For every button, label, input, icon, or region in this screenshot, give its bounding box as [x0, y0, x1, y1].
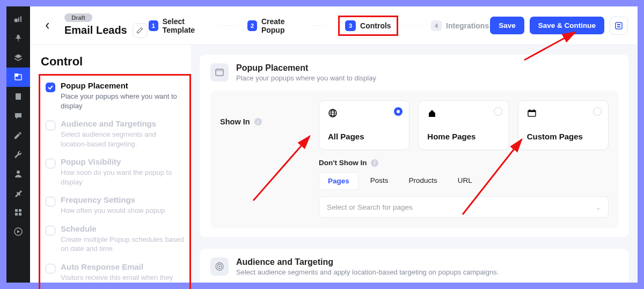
sidebar-item-title: Frequency Settings: [61, 195, 184, 204]
option-custom-pages[interactable]: Custom Pages: [518, 100, 609, 150]
info-icon[interactable]: i: [371, 159, 378, 167]
dont-show-in-label: Don't Show In i: [319, 159, 609, 167]
target-icon: [210, 257, 229, 276]
sidebar-item-frequency[interactable]: Frequency Settings How often you would s…: [46, 195, 184, 224]
page-header: Draft Email Leads 1 Select Template ····…: [30, 6, 638, 45]
svg-rect-5: [16, 93, 21, 100]
info-icon[interactable]: i: [254, 118, 262, 125]
rail-wrench-icon[interactable]: [6, 145, 30, 164]
popup-placement-card: Popup Placement Place your popups where …: [200, 55, 629, 237]
sidebar-list: Popup Placement Place your popups where …: [39, 74, 191, 289]
sidebar-item-title: Popup Visibility: [61, 157, 184, 166]
tab-posts[interactable]: Posts: [362, 172, 397, 190]
rail-page-icon[interactable]: [6, 87, 30, 106]
svg-rect-13: [617, 24, 620, 25]
rail-eyedropper-icon[interactable]: [6, 125, 30, 145]
svg-rect-10: [19, 213, 21, 216]
select-placeholder: Select or Search for pages: [327, 203, 413, 211]
svg-rect-4: [14, 73, 18, 77]
svg-point-6: [17, 171, 20, 174]
step-number: 4: [431, 20, 442, 31]
app-root: Draft Email Leads 1 Select Template ····…: [6, 6, 638, 283]
card-title: Audience and Targeting: [236, 257, 499, 267]
sidebar-item-desc: How soon do you want the popup to displa…: [61, 168, 184, 187]
main-column: Draft Email Leads 1 Select Template ····…: [30, 6, 638, 283]
sidebar-heading: Control: [41, 55, 191, 69]
svg-rect-22: [533, 109, 535, 111]
sidebar-item-visibility[interactable]: Popup Visibility How soon do you want th…: [46, 157, 184, 195]
save-button[interactable]: Save: [490, 17, 524, 34]
tab-url[interactable]: URL: [449, 172, 481, 190]
show-in-options: All Pages Home Pages: [319, 100, 609, 150]
svg-point-25: [219, 266, 221, 268]
header-actions: Save Save & Continue: [490, 17, 628, 35]
tab-pages[interactable]: Pages: [319, 172, 358, 190]
rail-chat-icon[interactable]: [6, 106, 30, 125]
svg-rect-8: [19, 209, 21, 212]
radio-icon: [593, 107, 602, 116]
option-label: Home Pages: [427, 132, 500, 141]
sidebar-item-audience[interactable]: Audience and Targetings Select audience …: [46, 119, 184, 157]
rail-popup-icon[interactable]: [6, 68, 30, 87]
rail-layers-icon[interactable]: [6, 48, 30, 68]
home-icon: [427, 110, 437, 120]
pages-select[interactable]: Select or Search for pages ⌄: [319, 196, 609, 218]
step-connector: ······: [219, 23, 242, 28]
audience-card: Audience and Targeting Select audience s…: [200, 249, 629, 283]
settings-panel: Popup Placement Place your popups where …: [191, 45, 638, 283]
preview-button[interactable]: [610, 17, 628, 35]
edit-title-button[interactable]: [133, 23, 148, 38]
checkbox-icon: [46, 264, 55, 273]
title-block: Draft Email Leads: [64, 13, 148, 38]
svg-rect-14: [617, 26, 620, 27]
step-create-popup[interactable]: 2 Create Popup: [246, 17, 306, 34]
step-connector: ······: [402, 23, 426, 28]
tab-products[interactable]: Products: [400, 172, 446, 190]
radio-icon: [494, 107, 502, 116]
step-label: Controls: [360, 21, 391, 30]
svg-point-0: [14, 19, 18, 23]
checkbox-icon: [46, 83, 55, 92]
sidebar-item-desc: Select audience segments and location-ba…: [61, 130, 184, 149]
rail-user-icon[interactable]: [6, 164, 30, 183]
card-subtitle: Select audience segments and apply locat…: [236, 268, 499, 276]
svg-rect-12: [616, 23, 622, 29]
sidebar-item-title: Auto Response Email: [61, 262, 184, 271]
back-button[interactable]: [40, 18, 55, 33]
save-continue-button[interactable]: Save & Continue: [530, 17, 604, 34]
rail-play-icon[interactable]: [6, 222, 30, 241]
rail-dashboard-icon[interactable]: [6, 10, 30, 29]
sidebar-item-title: Schedule: [61, 224, 184, 233]
step-controls[interactable]: 3 Controls: [338, 16, 398, 36]
rail-pin-icon[interactable]: [6, 29, 30, 48]
sidebar-item-title: Audience and Targetings: [61, 119, 184, 128]
step-label: Integrations: [446, 21, 489, 30]
content-row: Control Popup Placement Place your popup…: [30, 45, 638, 283]
svg-rect-16: [216, 69, 223, 71]
step-number: 1: [149, 20, 158, 31]
sidebar-item-auto-response[interactable]: Auto Response Email Visitors receive thi…: [46, 262, 184, 289]
stepper: 1 Select Template ······ 2 Create Popup …: [148, 16, 490, 36]
show-in-label: Show In i: [220, 100, 319, 126]
custom-icon: [527, 110, 537, 120]
sidebar-item-desc: Visitors receive this email when they: [61, 273, 184, 283]
sidebar-item-popup-placement[interactable]: Popup Placement Place your popups where …: [46, 81, 184, 119]
dont-show-in-section: Don't Show In i Pages Posts Products URL…: [319, 159, 609, 218]
rail-settings-icon[interactable]: [6, 183, 30, 203]
page-title: Email Leads: [64, 24, 127, 36]
rail-grid-icon[interactable]: [6, 203, 30, 222]
option-home-pages[interactable]: Home Pages: [418, 100, 509, 150]
sidebar-item-schedule[interactable]: Schedule Create multiple Popup schedules…: [46, 224, 184, 262]
card-title: Popup Placement: [236, 63, 376, 73]
step-integrations[interactable]: 4 Integrations: [430, 20, 490, 31]
option-all-pages[interactable]: All Pages: [319, 100, 409, 150]
sidebar-item-title: Popup Placement: [61, 81, 184, 90]
card-subtitle: Place your popups where you want to disp…: [236, 74, 376, 82]
chevron-down-icon: ⌄: [595, 203, 602, 211]
option-label: Custom Pages: [527, 132, 599, 141]
step-connector: ······: [311, 23, 334, 28]
step-select-template[interactable]: 1 Select Template: [148, 17, 215, 34]
control-sidebar: Control Popup Placement Place your popup…: [30, 45, 191, 283]
svg-rect-21: [529, 109, 530, 111]
step-label: Create Popup: [261, 17, 305, 34]
